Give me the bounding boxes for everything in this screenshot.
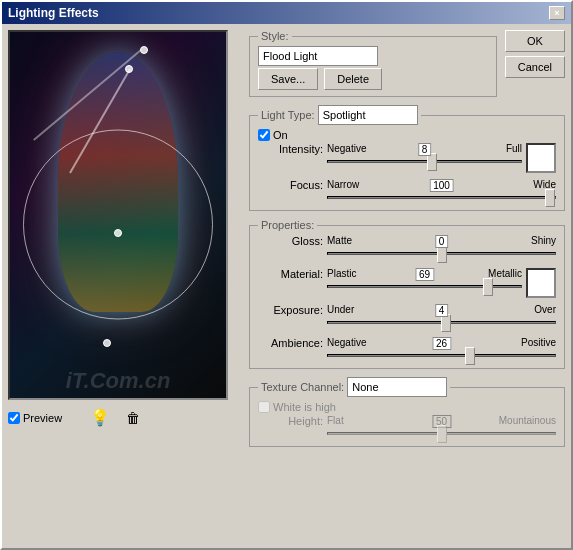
texture-fieldset: Texture Channel: None Red Green Blue Alp…	[249, 377, 565, 447]
texture-channel-dropdown[interactable]: None Red Green Blue Alpha	[347, 377, 447, 397]
material-slider[interactable]	[327, 279, 522, 293]
trash-icon[interactable]: 🗑	[126, 410, 140, 426]
dialog-title: Lighting Effects	[8, 6, 99, 20]
on-label-container[interactable]: On	[258, 129, 288, 141]
lighting-effects-dialog: Lighting Effects × iT.Com.cn	[0, 0, 573, 550]
ambience-neg-label: Negative	[327, 337, 366, 348]
focus-slider-area: Narrow 100 Wide	[327, 179, 556, 206]
style-fieldset-legend: Style:	[258, 30, 292, 42]
preview-checkbox[interactable]	[8, 412, 20, 424]
left-panel: iT.Com.cn Preview 💡 🗑	[8, 30, 243, 542]
properties-legend: Properties:	[258, 219, 317, 231]
on-checkbox[interactable]	[258, 129, 270, 141]
gloss-shiny-label: Shiny	[531, 235, 556, 246]
height-label: Height:	[258, 415, 323, 427]
height-mountainous-label: Mountainous	[499, 415, 556, 426]
titlebar-buttons: ×	[549, 6, 565, 20]
height-flat-label: Flat	[327, 415, 344, 426]
exposure-label: Exposure:	[258, 304, 323, 316]
light-type-dropdown-container: Spotlight Omni Directional	[318, 105, 418, 125]
properties-label: Properties:	[261, 219, 314, 231]
preview-controls: Preview 💡 🗑	[8, 404, 243, 431]
texture-channel-dropdown-container: None Red Green Blue Alpha	[347, 377, 447, 397]
intensity-full-label: Full	[506, 143, 522, 154]
ambience-slider[interactable]	[327, 348, 556, 362]
right-panel: Style: Flood Light Default 2 O'Clock Spo…	[249, 30, 565, 542]
ambience-value: 26	[432, 337, 451, 350]
gloss-value: 0	[435, 235, 449, 248]
save-button[interactable]: Save...	[258, 68, 318, 90]
material-label: Material:	[258, 268, 323, 280]
exposure-row: Exposure: Under 4 Over	[258, 304, 556, 331]
white-is-high-label: White is high	[273, 401, 336, 413]
intensity-row: Intensity: Negative 8 Full	[258, 143, 556, 173]
texture-channel-label: Texture Channel:	[261, 381, 344, 393]
watermark: iT.Com.cn	[66, 368, 171, 394]
material-labels: Plastic 69 Metallic	[327, 268, 522, 279]
gloss-slider-area: Matte 0 Shiny	[327, 235, 556, 262]
light-handle-bottom[interactable]	[103, 339, 111, 347]
light-handle-1[interactable]	[125, 65, 133, 73]
style-label: Style:	[261, 30, 289, 42]
properties-fieldset: Properties: Gloss: Matte 0 Shiny	[249, 219, 565, 369]
intensity-label: Intensity:	[258, 143, 323, 155]
titlebar: Lighting Effects ×	[2, 2, 571, 24]
material-color-swatch[interactable]	[526, 268, 556, 298]
material-row: Material: Plastic 69 Metallic	[258, 268, 556, 298]
gloss-slider[interactable]	[327, 246, 556, 260]
ok-cancel-area: OK Cancel	[505, 30, 565, 101]
preview-circle	[23, 130, 213, 320]
ambience-labels: Negative 26 Positive	[327, 337, 556, 348]
focus-labels: Narrow 100 Wide	[327, 179, 556, 190]
preview-label: Preview	[23, 412, 62, 424]
exposure-under-label: Under	[327, 304, 354, 315]
light-type-dropdown[interactable]: Spotlight Omni Directional	[318, 105, 418, 125]
ambience-slider-area: Negative 26 Positive	[327, 337, 556, 364]
material-value: 69	[415, 268, 434, 281]
cancel-button[interactable]: Cancel	[505, 56, 565, 78]
exposure-slider-area: Under 4 Over	[327, 304, 556, 331]
top-area: Style: Flood Light Default 2 O'Clock Spo…	[249, 30, 565, 101]
close-button[interactable]: ×	[549, 6, 565, 20]
on-row: On	[258, 129, 556, 141]
delete-button[interactable]: Delete	[324, 68, 382, 90]
style-dropdown-container: Flood Light Default 2 O'Clock Spotlight …	[258, 46, 378, 66]
intensity-value: 8	[418, 143, 432, 156]
focus-slider[interactable]	[327, 190, 556, 204]
white-is-high-label-container: White is high	[258, 401, 336, 413]
exposure-value: 4	[435, 304, 449, 317]
intensity-slider-area: Negative 8 Full	[327, 143, 522, 170]
material-slider-area: Plastic 69 Metallic	[327, 268, 522, 295]
on-label: On	[273, 129, 288, 141]
style-row: Flood Light Default 2 O'Clock Spotlight …	[258, 46, 488, 66]
height-slider[interactable]	[327, 426, 556, 440]
focus-wide-label: Wide	[533, 179, 556, 190]
intensity-neg-label: Negative	[327, 143, 366, 154]
focus-narrow-label: Narrow	[327, 179, 359, 190]
intensity-slider[interactable]	[327, 154, 522, 168]
light-type-label: Light Type:	[261, 109, 315, 121]
ambience-row: Ambience: Negative 26 Positive	[258, 337, 556, 364]
preview-checkbox-label[interactable]: Preview	[8, 412, 62, 424]
style-dropdown[interactable]: Flood Light Default 2 O'Clock Spotlight …	[258, 46, 378, 66]
white-is-high-checkbox[interactable]	[258, 401, 270, 413]
light-handle-center[interactable]	[114, 229, 122, 237]
exposure-labels: Under 4 Over	[327, 304, 556, 315]
intensity-color-swatch[interactable]	[526, 143, 556, 173]
height-row: Height: Flat 50 Mountainous	[258, 415, 556, 442]
material-metallic-label: Metallic	[488, 268, 522, 279]
bulb-icon[interactable]: 💡	[90, 408, 110, 427]
material-plastic-label: Plastic	[327, 268, 356, 279]
ok-button[interactable]: OK	[505, 30, 565, 52]
focus-label: Focus:	[258, 179, 323, 191]
exposure-slider[interactable]	[327, 315, 556, 329]
light-handle-2[interactable]	[140, 46, 148, 54]
dialog-body: iT.Com.cn Preview 💡 🗑 Style:	[2, 24, 571, 548]
intensity-labels: Negative 8 Full	[327, 143, 522, 154]
exposure-over-label: Over	[534, 304, 556, 315]
preview-area: iT.Com.cn	[8, 30, 228, 400]
focus-row: Focus: Narrow 100 Wide	[258, 179, 556, 206]
light-type-legend: Light Type: Spotlight Omni Directional	[258, 105, 421, 125]
style-fieldset: Style: Flood Light Default 2 O'Clock Spo…	[249, 30, 497, 97]
ambience-pos-label: Positive	[521, 337, 556, 348]
